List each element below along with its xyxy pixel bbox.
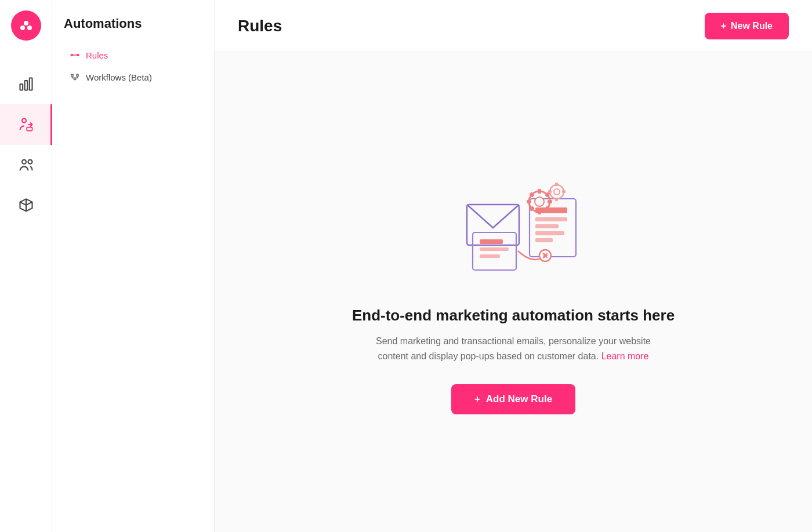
new-rule-icon: + [721, 21, 726, 31]
sidebar-item-workflows[interactable]: Workflows (Beta) [64, 67, 202, 87]
nav-products[interactable] [0, 185, 52, 226]
svg-rect-29 [538, 210, 541, 214]
sidebar-item-rules[interactable]: Rules [64, 45, 202, 65]
svg-rect-16 [473, 232, 516, 270]
svg-point-2 [27, 25, 32, 30]
svg-rect-24 [535, 231, 564, 235]
svg-rect-25 [535, 238, 553, 242]
svg-point-8 [22, 160, 26, 164]
nav-automations[interactable] [0, 104, 52, 145]
svg-rect-40 [548, 190, 552, 193]
svg-point-37 [554, 189, 560, 195]
new-rule-button[interactable]: + New Rule [705, 13, 789, 39]
svg-rect-5 [29, 78, 32, 90]
workflows-icon [70, 72, 80, 82]
add-rule-label: Add New Rule [486, 393, 552, 405]
svg-rect-41 [562, 190, 566, 193]
analytics-icon [18, 76, 34, 92]
sidebar-title: Automations [64, 16, 202, 31]
svg-point-9 [28, 160, 32, 164]
sidebar-rules-label: Rules [86, 50, 108, 60]
empty-state: End-to-end marketing automation starts h… [215, 52, 812, 532]
contacts-icon [18, 157, 34, 173]
svg-point-1 [24, 21, 28, 25]
svg-rect-30 [527, 200, 531, 203]
empty-heading: End-to-end marketing automation starts h… [352, 307, 675, 325]
add-new-rule-button[interactable]: + Add New Rule [451, 384, 575, 414]
app-logo[interactable] [11, 10, 41, 41]
nav-analytics[interactable] [0, 64, 52, 104]
nav-contacts[interactable] [0, 145, 52, 185]
svg-rect-3 [20, 84, 23, 90]
svg-rect-19 [480, 254, 500, 258]
svg-rect-31 [548, 200, 552, 203]
main-header: Rules + New Rule [215, 0, 812, 52]
logo-icon [18, 17, 34, 34]
svg-rect-4 [24, 81, 27, 90]
products-icon [18, 198, 34, 214]
svg-point-6 [22, 119, 26, 123]
automation-illustration [432, 170, 594, 286]
sidebar: Automations Rules Workflows (Beta) [52, 0, 215, 532]
main-content: Rules + New Rule [215, 0, 812, 532]
icon-nav [0, 0, 52, 532]
automations-icon [18, 116, 34, 133]
sidebar-workflows-label: Workflows (Beta) [86, 72, 152, 82]
svg-rect-38 [555, 183, 558, 186]
illustration-svg [432, 170, 594, 286]
svg-rect-28 [538, 189, 541, 194]
empty-description: Send marketing and transactional emails,… [368, 334, 658, 363]
svg-rect-17 [480, 239, 503, 244]
svg-point-0 [20, 25, 25, 30]
learn-more-link[interactable]: Learn more [601, 351, 649, 361]
page-title: Rules [238, 17, 282, 35]
svg-point-27 [535, 197, 544, 206]
add-rule-icon: + [474, 393, 480, 405]
svg-rect-18 [480, 247, 509, 251]
svg-rect-23 [535, 224, 559, 228]
rules-icon [70, 50, 80, 60]
svg-rect-39 [555, 198, 558, 201]
svg-rect-22 [535, 217, 567, 221]
svg-rect-7 [27, 127, 32, 131]
new-rule-label: New Rule [731, 21, 773, 31]
